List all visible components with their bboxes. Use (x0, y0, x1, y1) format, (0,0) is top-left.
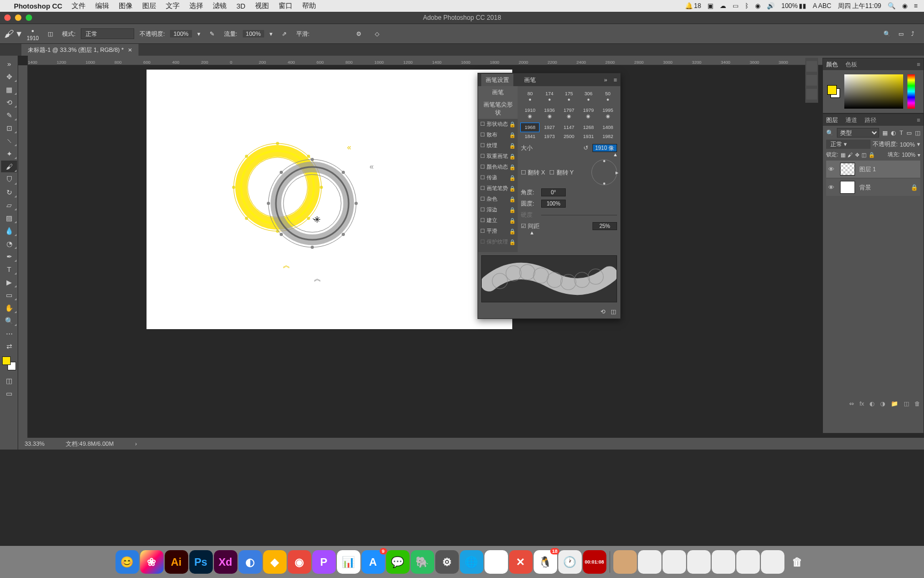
zoom-tool[interactable]: 🔍 (1, 315, 17, 326)
dock-qq-browser[interactable]: ◐ (238, 550, 262, 574)
close-window-button[interactable] (4, 14, 11, 21)
dock-edge[interactable]: 🌐 (460, 550, 483, 574)
move-tool[interactable]: ✥ (1, 71, 17, 82)
dropbox-icon[interactable]: ▣ (707, 2, 713, 10)
zoom-level[interactable]: 33.33% (25, 440, 44, 447)
airbrush-icon[interactable]: ⇗ (278, 27, 291, 40)
dodge-tool[interactable]: ◔ (1, 238, 17, 249)
eraser-tool[interactable]: ▱ (1, 199, 17, 211)
layer-lock-icon[interactable]: 🔒 (911, 184, 918, 191)
layer-fx-icon[interactable]: fx (859, 400, 864, 407)
workspace-icon[interactable]: ▭ (898, 31, 904, 37)
maximize-window-button[interactable] (26, 14, 32, 21)
eyedropper-tool[interactable]: ⟍ (1, 135, 17, 147)
shape-tool[interactable]: ▭ (1, 289, 17, 301)
layer-filter-dropdown[interactable]: 类型 (837, 128, 879, 138)
horizontal-ruler[interactable]: 1400120010008006004002000200400600800100… (28, 56, 924, 65)
brush-preset-picker[interactable]: • 1910 (27, 27, 38, 41)
layer-mask-icon[interactable]: ◐ (869, 400, 875, 407)
dock-keynote[interactable]: 📊 (337, 550, 360, 574)
group-icon[interactable]: 📁 (891, 400, 898, 407)
menu-select[interactable]: 选择 (189, 1, 203, 11)
menu-layer[interactable]: 图层 (142, 1, 156, 11)
layer-thumbnail[interactable] (840, 181, 855, 194)
opt-transfer[interactable]: ☐ 传递🔒 (478, 172, 518, 183)
expand-toolbar-icon[interactable]: » (1, 58, 17, 70)
dock-trash[interactable]: 🗑 (786, 550, 809, 574)
gradient-tool[interactable]: ▨ (1, 212, 17, 224)
dock-purple-app[interactable]: P (312, 550, 336, 574)
foreground-color[interactable] (2, 356, 11, 365)
brush-tool-icon[interactable]: 🖌 ▾ (4, 28, 21, 40)
layer-thumbnail[interactable] (840, 163, 855, 176)
dock-finder[interactable]: 😊 (116, 550, 139, 574)
flip-x-checkbox[interactable]: ☐ 翻转 X (521, 169, 545, 177)
brush-settings-tab[interactable]: 画笔设置 (481, 74, 513, 86)
dock-photoshop[interactable]: Ps (189, 550, 213, 574)
tab-close-icon[interactable]: ✕ (128, 47, 132, 53)
input-source[interactable]: A ABC (813, 2, 831, 10)
layer-background[interactable]: 👁 背景 🔒 (826, 179, 920, 196)
lock-transparency-icon[interactable]: ▦ (841, 152, 845, 158)
channels-tab[interactable]: 通道 (845, 116, 857, 124)
color-swatches[interactable] (2, 356, 16, 370)
dock-illustrator[interactable]: Ai (165, 550, 188, 574)
color-field[interactable] (844, 74, 903, 109)
layer-blend-dropdown[interactable]: 正常 ▾ (826, 140, 871, 149)
share-icon[interactable]: ⤴ (911, 31, 914, 37)
doc-size[interactable]: 文档:49.8M/6.00M (66, 440, 113, 448)
dock-app-store[interactable]: A9 (361, 550, 385, 574)
layers-tab[interactable]: 图层 (826, 116, 838, 124)
brush-preset-grid[interactable]: 80●174●175●306●50●1910◉1936◉1797◉1979◉19… (521, 89, 617, 141)
panel-menu-icon[interactable]: ≡ (614, 77, 617, 83)
filter-smart-icon[interactable]: ◫ (915, 130, 920, 136)
bluetooth-icon[interactable]: ᛒ (745, 2, 749, 10)
dock-file-7[interactable] (761, 550, 784, 574)
dock-file-3[interactable] (663, 550, 686, 574)
quick-select-tool[interactable]: ✎ (1, 109, 17, 121)
angle-widget[interactable]: ▸ (591, 159, 617, 185)
wifi-icon[interactable]: ◉ (755, 2, 760, 10)
opacity-dropdown-icon[interactable]: ▾ (197, 31, 201, 37)
screen-mode-icon[interactable]: ▭ (1, 387, 17, 399)
quick-mask-icon[interactable]: ◫ (1, 375, 17, 386)
swatches-tab[interactable]: 色板 (845, 60, 857, 69)
menu-edit[interactable]: 编辑 (95, 1, 109, 11)
marquee-tool[interactable]: ▦ (1, 83, 17, 95)
brushes-header[interactable]: 画笔 (478, 86, 518, 98)
pen-tool[interactable]: ✒ (1, 250, 17, 262)
smoothing-gear-icon[interactable]: ⚙ (352, 27, 365, 40)
layer-visibility-icon[interactable]: 👁 (828, 166, 836, 172)
flow-dropdown-icon[interactable]: ▾ (270, 31, 273, 37)
volume-icon[interactable]: 🔊 (767, 2, 775, 10)
layers-panel-menu-icon[interactable]: ≡ (917, 117, 920, 123)
dock-clock[interactable]: 🕐 (558, 550, 582, 574)
flow-value[interactable]: 100% (243, 30, 264, 37)
menu-view[interactable]: 视图 (255, 1, 269, 11)
dock-recording[interactable]: 00:01:08 (583, 550, 606, 574)
new-preset-icon[interactable]: ◫ (611, 308, 616, 315)
collapse-panel-icon[interactable]: » (604, 77, 607, 83)
filter-adjust-icon[interactable]: ◐ (891, 130, 896, 136)
dock-file-5[interactable] (712, 550, 735, 574)
adjustment-layer-icon[interactable]: ◑ (880, 400, 886, 407)
link-icon[interactable]: ⟲ (600, 308, 605, 315)
color-swatch-pair[interactable] (827, 85, 840, 98)
dock-wechat[interactable]: 💬 (386, 550, 410, 574)
dock-photos[interactable]: ❀ (140, 550, 164, 574)
brushes-tab[interactable]: 画笔 (520, 74, 540, 86)
reset-size-icon[interactable]: ↺ (583, 144, 588, 151)
blur-tool[interactable]: 💧 (1, 225, 17, 237)
layer-name[interactable]: 图层 1 (859, 165, 876, 173)
color-tab[interactable]: 颜色 (826, 60, 838, 69)
document-tab[interactable]: 未标题-1 @ 33.3% (图层 1, RGB/8) * ✕ (21, 44, 138, 56)
dock-chrome[interactable]: ◉ (484, 550, 508, 574)
new-layer-icon[interactable]: ◫ (904, 400, 909, 407)
opt-scatter[interactable]: ☐ 散布🔒 (478, 130, 518, 140)
delete-layer-icon[interactable]: 🗑 (914, 400, 920, 407)
filter-shape-icon[interactable]: ▭ (906, 130, 912, 136)
brush-tool[interactable]: 🖌 (1, 161, 17, 172)
opt-dual[interactable]: ☐ 双重画笔🔒 (478, 151, 518, 162)
spot-heal-tool[interactable]: ✦ (1, 148, 17, 159)
opt-build[interactable]: ☐ 建立🔒 (478, 215, 518, 226)
